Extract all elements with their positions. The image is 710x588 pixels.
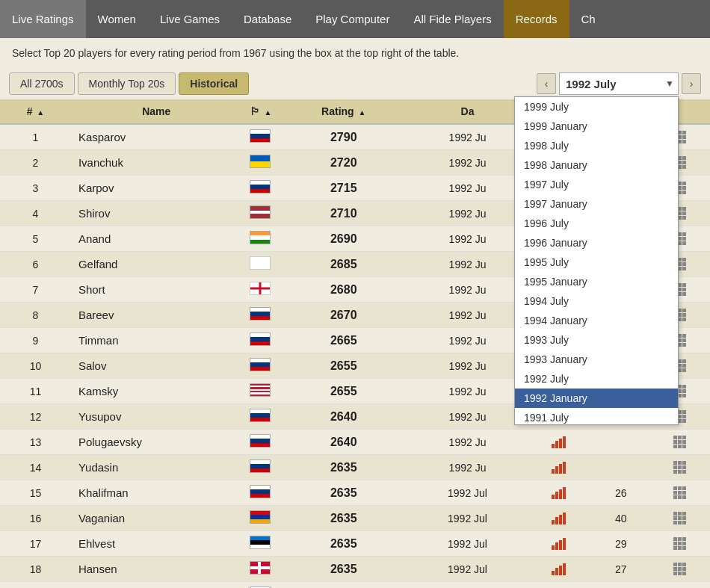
cell-chart[interactable] — [527, 557, 592, 582]
col-name[interactable]: Name — [71, 99, 242, 124]
cell-flag — [242, 480, 280, 506]
cell-rank: 11 — [0, 379, 71, 404]
cell-grid[interactable] — [649, 557, 710, 582]
cell-date: 1992 Ju — [408, 353, 527, 379]
nav-records[interactable]: Records — [504, 0, 569, 38]
svg-rect-53 — [555, 466, 558, 474]
dropdown-item[interactable]: 1991 July — [515, 408, 678, 425]
cell-rating: 2635 — [279, 455, 408, 480]
cell-grid[interactable] — [649, 506, 710, 531]
cell-flag — [242, 328, 280, 353]
cell-date: 1992 Ju — [408, 379, 527, 404]
dropdown-item[interactable]: 1993 July — [515, 330, 678, 350]
svg-rect-61 — [555, 517, 558, 524]
nav-play-computer[interactable]: Play Computer — [303, 0, 401, 38]
cell-name: Anand — [71, 226, 242, 252]
cell-flag — [242, 252, 280, 277]
cell-rank: 6 — [0, 252, 71, 277]
cell-grid[interactable] — [649, 480, 710, 506]
dropdown-item[interactable]: 1992 July — [515, 369, 678, 389]
dropdown-item[interactable]: 1996 July — [515, 214, 678, 233]
cell-flag — [242, 379, 280, 404]
dropdown-item[interactable]: 1998 January — [515, 155, 678, 175]
period-prev-button[interactable]: ‹ — [537, 73, 556, 94]
svg-rect-48 — [552, 444, 555, 448]
nav-all-fide[interactable]: All Fide Players — [401, 0, 503, 38]
nav-live-games[interactable]: Live Games — [148, 0, 232, 38]
cell-name: Polugaevsky — [71, 430, 242, 455]
cell-date: 1992 Ju — [408, 124, 527, 150]
svg-rect-55 — [563, 462, 566, 474]
cell-rank: 18 — [0, 557, 71, 582]
cell-name: Ehlvest — [71, 531, 242, 557]
table-row: 13 Polugaevsky 2640 1992 Ju — [0, 430, 710, 455]
dropdown-item[interactable]: 1998 July — [515, 136, 678, 155]
cell-grid[interactable] — [649, 582, 710, 589]
tab-monthly-top20s[interactable]: Monthly Top 20s — [78, 72, 176, 95]
cell-name: Salov — [71, 353, 242, 379]
dropdown-item[interactable]: 1994 January — [515, 311, 678, 330]
dropdown-item[interactable]: 1993 January — [515, 350, 678, 369]
col-flag[interactable]: 🏳 ▲ — [242, 99, 280, 124]
cell-grid[interactable] — [649, 455, 710, 480]
cell-rating: 2635 — [279, 480, 408, 506]
dropdown-item[interactable]: 1995 July — [515, 253, 678, 272]
col-rating[interactable]: Rating ▲ — [279, 99, 408, 124]
table-row: 18 Hansen 2635 1992 Jul 27 — [0, 557, 710, 582]
nav-women[interactable]: Women — [86, 0, 148, 38]
tab-all2700s[interactable]: All 2700s — [9, 72, 75, 95]
table-row: 14 Yudasin 2635 1992 Ju — [0, 455, 710, 480]
cell-chart[interactable] — [527, 582, 592, 589]
cell-flag — [242, 303, 280, 328]
svg-rect-51 — [563, 436, 566, 448]
col-date[interactable]: Da — [408, 99, 527, 124]
period-next-button[interactable]: › — [682, 73, 701, 94]
cell-games — [592, 430, 649, 455]
dropdown-item[interactable]: 1992 January — [515, 389, 678, 408]
cell-games: 26 — [592, 582, 649, 589]
cell-chart[interactable] — [527, 506, 592, 531]
dropdown-item[interactable]: 1997 January — [515, 194, 678, 214]
svg-rect-63 — [563, 513, 566, 524]
cell-rating: 2710 — [279, 201, 408, 226]
cell-chart[interactable] — [527, 430, 592, 455]
cell-chart[interactable] — [527, 480, 592, 506]
tab-historical[interactable]: Historical — [179, 72, 249, 95]
cell-date: 1992 Ju — [408, 455, 527, 480]
nav-live-ratings[interactable]: Live Ratings — [0, 0, 86, 38]
period-dropdown-overlay: 1999 July1999 January1998 July1998 Janua… — [514, 96, 679, 425]
dropdown-item[interactable]: 1999 January — [515, 117, 678, 136]
cell-name: Bareev — [71, 303, 242, 328]
nav-database[interactable]: Database — [232, 0, 303, 38]
cell-rank: 5 — [0, 226, 71, 252]
cell-rank: 7 — [0, 277, 71, 303]
nav-ch[interactable]: Ch — [569, 0, 608, 38]
cell-rating: 2635 — [279, 506, 408, 531]
cell-grid[interactable] — [649, 531, 710, 557]
period-select[interactable]: 1999 July1999 January1998 July1998 Janua… — [559, 72, 679, 95]
cell-date: 1992 Jul — [408, 480, 527, 506]
cell-date: 1992 Ju — [408, 328, 527, 353]
svg-rect-56 — [552, 495, 555, 499]
cell-games — [592, 455, 649, 480]
table-row: 16 Vaganian 2635 1992 Jul 40 — [0, 506, 710, 531]
dropdown-item[interactable]: 1994 July — [515, 291, 678, 311]
period-dropdown-wrapper: 1999 July1999 January1998 July1998 Janua… — [559, 72, 679, 95]
cell-flag — [242, 124, 280, 150]
dropdown-item[interactable]: 1995 January — [515, 272, 678, 291]
cell-rank: 8 — [0, 303, 71, 328]
svg-rect-71 — [563, 563, 566, 575]
col-rank[interactable]: # ▲ — [0, 99, 71, 124]
cell-grid[interactable] — [649, 430, 710, 455]
dropdown-item[interactable]: 1996 January — [515, 233, 678, 253]
cell-flag — [242, 557, 280, 582]
dropdown-item[interactable]: 1997 July — [515, 175, 678, 194]
svg-rect-54 — [559, 464, 562, 474]
tab-bar: All 2700s Monthly Top 20s Historical ‹ 1… — [0, 68, 710, 99]
cell-chart[interactable] — [527, 455, 592, 480]
info-text: Select Top 20 players for every rating p… — [0, 38, 710, 68]
dropdown-item[interactable]: 1999 July — [515, 97, 678, 117]
svg-rect-69 — [555, 568, 558, 575]
cell-chart[interactable] — [527, 531, 592, 557]
cell-rating: 2630 — [279, 582, 408, 589]
